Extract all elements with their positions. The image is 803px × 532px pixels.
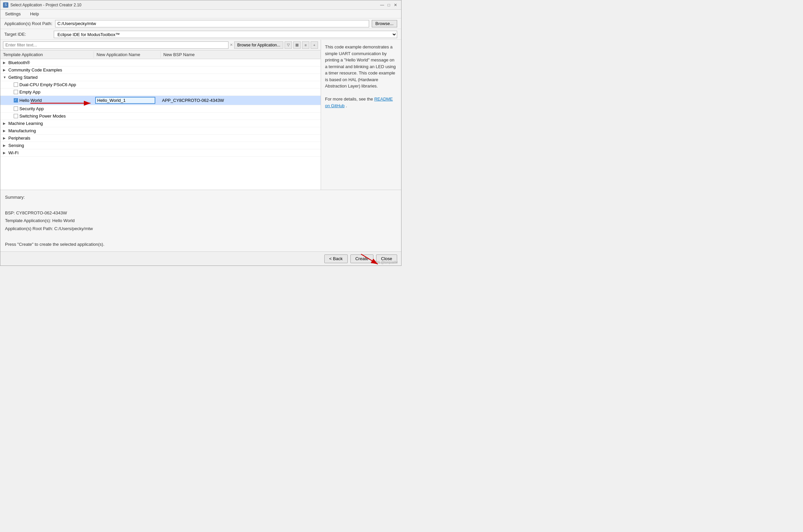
menu-help[interactable]: Help (28, 11, 41, 17)
checkbox-empty-app[interactable] (14, 90, 18, 94)
expand-icon-ml[interactable]: ▶ (3, 121, 7, 125)
expand-icon-community[interactable]: ▶ (3, 68, 7, 72)
toolbar: ✕ Browse for Application... ▽ ▦ ≡ + (0, 40, 321, 51)
summary-area: Summary: BSP: CY8CPROTO-062-4343W Templa… (0, 190, 401, 251)
app-name-input[interactable] (95, 97, 155, 104)
header-template: Template Application (0, 52, 94, 58)
tree-cell-hello-world-bsp: APP_CY8CPROTO-062-4343W (161, 97, 321, 103)
group-label-getting-started: Getting Started (8, 75, 37, 80)
window-title: Select Application - Project Creator 2.1… (11, 3, 81, 7)
root-path-row: Application(s) Root Path: Browse... (0, 18, 401, 29)
expand-icon-wifi[interactable]: ▶ (3, 151, 7, 155)
summary-bsp: BSP: CY8CPROTO-062-4343W (5, 209, 397, 217)
list-item[interactable]: Switching Power Modes (0, 113, 321, 120)
close-window-button[interactable]: ✕ (393, 2, 399, 8)
group-label-manufacturing: Manufacturing (8, 128, 36, 133)
summary-instruction: Press "Create" to create the selected ap… (5, 241, 397, 248)
tree-cell-switching-power: Switching Power Modes (0, 113, 94, 119)
title-bar: S Select Application - Project Creator 2… (0, 0, 401, 10)
tree-cell-manufacturing: ▶ Manufacturing (0, 128, 94, 134)
list-item[interactable]: Security App (0, 105, 321, 113)
target-ide-label: Target IDE: (4, 32, 51, 37)
tree-cell-empty-app: Empty App (0, 89, 94, 95)
expand-icon-manufacturing[interactable]: ▶ (3, 129, 7, 133)
expand-icon-bluetooth[interactable]: ▶ (3, 61, 7, 64)
group-label-bluetooth: Bluetooth® (8, 60, 30, 65)
list-item[interactable]: ▶ Manufacturing (0, 127, 321, 135)
window-controls: — □ ✕ (379, 2, 399, 8)
tree-cell-bluetooth-bsp (161, 62, 321, 63)
browse-root-button[interactable]: Browse... (372, 20, 397, 27)
filter-input[interactable] (3, 41, 228, 49)
title-bar-left: S Select Application - Project Creator 2… (3, 2, 81, 8)
tree-cell-security-app: Security App (0, 106, 94, 112)
checkbox-security-app[interactable] (14, 107, 18, 111)
header-bsp-name: New BSP Name (161, 52, 321, 58)
table-header: Template Application New Application Nam… (0, 51, 321, 59)
menu-settings[interactable]: Settings (3, 11, 23, 17)
item-label-switching-power: Switching Power Modes (19, 114, 66, 118)
checkbox-switching-power[interactable] (14, 114, 18, 118)
menu-bar: Settings Help (0, 10, 401, 18)
root-path-input[interactable] (55, 20, 369, 27)
list-item[interactable]: Hello World APP_CY8CPROTO-062-4343W (0, 96, 321, 105)
description-text2: For more details, see the README on GitH… (325, 96, 397, 109)
checkbox-dual-cpu[interactable] (14, 82, 18, 87)
list-item[interactable]: Dual-CPU Empty PSoC6 App (0, 81, 321, 89)
main-area: ✕ Browse for Application... ▽ ▦ ≡ + Temp… (0, 40, 401, 190)
back-button[interactable]: < Back (324, 254, 348, 263)
summary-root: Application(s) Root Path: C:/Users/pecky… (5, 225, 397, 232)
expand-icon-getting-started[interactable]: ▼ (3, 75, 7, 79)
list-item[interactable]: ▶ Wi-Fi (0, 149, 321, 157)
tree-cell-bluetooth-app (94, 62, 161, 63)
grid-icon-button[interactable]: ▦ (293, 41, 301, 49)
tree-table: Template Application New Application Nam… (0, 51, 321, 190)
target-ide-row: Target IDE: Eclipse IDE for ModusToolbox… (0, 29, 401, 40)
group-label-ml: Machine Learning (8, 121, 43, 126)
group-label-sensing: Sensing (8, 143, 24, 148)
footer: < Back Create Close (0, 251, 401, 266)
left-panel: ✕ Browse for Application... ▽ ▦ ≡ + Temp… (0, 40, 321, 190)
list-item[interactable]: ▶ Sensing (0, 142, 321, 149)
summary-template: Template Application(s): Hello World (5, 217, 397, 224)
minimize-button[interactable]: — (379, 2, 385, 8)
right-panel: This code example demonstrates a simple … (321, 40, 401, 190)
expand-icon-peripherals[interactable]: ▶ (3, 136, 7, 140)
list-item[interactable]: ▶ Peripherals (0, 135, 321, 142)
item-label-dual-cpu: Dual-CPU Empty PSoC6 App (19, 82, 76, 87)
summary-label: Summary: (5, 193, 397, 201)
tree-cell-getting-started: ▼ Getting Started (0, 75, 94, 80)
list-item[interactable]: Empty App (0, 89, 321, 96)
watermark: CSDN @torqoaille (370, 261, 398, 264)
description-text1: This code example demonstrates a simple … (325, 44, 397, 90)
header-app-name: New Application Name (94, 52, 161, 58)
filter-clear-icon: ✕ (230, 43, 233, 47)
main-window: S Select Application - Project Creator 2… (0, 0, 402, 266)
browse-application-button[interactable]: Browse for Application... (234, 41, 283, 49)
expand-icon-sensing[interactable]: ▶ (3, 144, 7, 147)
tree-cell-wifi: ▶ Wi-Fi (0, 150, 94, 156)
tree-cell-peripherals: ▶ Peripherals (0, 135, 94, 141)
list-item[interactable]: ▶ Community Code Examples (0, 66, 321, 74)
list-item[interactable]: ▼ Getting Started (0, 74, 321, 81)
checkbox-hello-world[interactable] (14, 98, 18, 102)
item-label-security-app: Security App (19, 106, 44, 111)
columns-icon-button[interactable]: ≡ (302, 41, 309, 49)
list-item[interactable]: ▶ Bluetooth® (0, 59, 321, 66)
target-ide-select[interactable]: Eclipse IDE for ModusToolbox™ (54, 31, 397, 38)
group-label-wifi: Wi-Fi (8, 150, 18, 155)
tree-cell-hello-world: Hello World (0, 97, 94, 103)
tree-cell-sensing: ▶ Sensing (0, 142, 94, 148)
add-icon-button[interactable]: + (311, 41, 318, 49)
filter-icon-button[interactable]: ▽ (285, 41, 292, 49)
create-button[interactable]: Create (350, 254, 374, 263)
app-icon: S (3, 2, 8, 8)
item-label-hello-world: Hello World (19, 98, 42, 103)
tree-cell-dual-cpu: Dual-CPU Empty PSoC6 App (0, 82, 94, 88)
list-item[interactable]: ▶ Machine Learning (0, 120, 321, 127)
maximize-button[interactable]: □ (386, 2, 392, 8)
item-label-empty-app: Empty App (19, 90, 40, 95)
group-label-peripherals: Peripherals (8, 136, 31, 140)
root-path-label: Application(s) Root Path: (4, 21, 53, 26)
tree-cell-bluetooth: ▶ Bluetooth® (0, 60, 94, 65)
